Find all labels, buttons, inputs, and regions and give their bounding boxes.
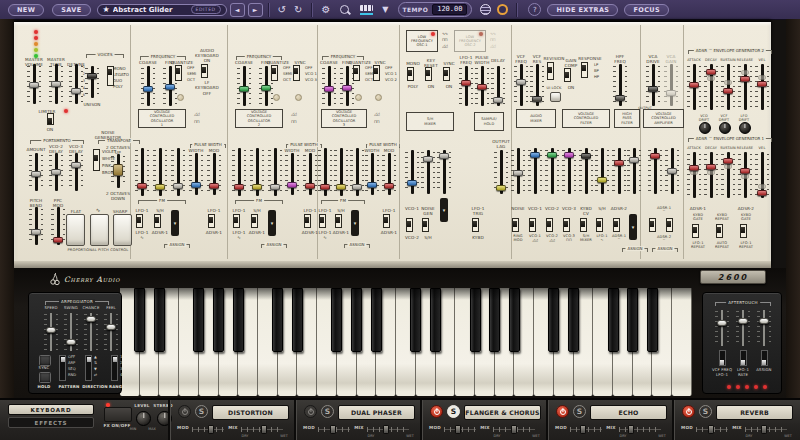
undo-icon[interactable]: ↺: [278, 5, 286, 15]
switch-handle[interactable]: [597, 221, 601, 227]
aftertouch-switch[interactable]: [740, 350, 747, 366]
switch-handle[interactable]: [202, 67, 206, 73]
switch-handle[interactable]: [762, 360, 766, 365]
black-key[interactable]: [410, 288, 421, 352]
slider-cap[interactable]: [757, 190, 767, 196]
slider-cap[interactable]: [666, 90, 676, 96]
switch-handle[interactable]: [94, 155, 98, 161]
toggle-switch[interactable]: [175, 65, 182, 81]
slider-cap[interactable]: [173, 183, 183, 189]
slider-cap[interactable]: [51, 81, 61, 87]
switch-handle[interactable]: [564, 221, 568, 227]
funnel-icon[interactable]: ▼: [382, 5, 388, 15]
toggle-switch[interactable]: [716, 224, 723, 238]
switch-handle[interactable]: [384, 217, 388, 223]
mix-slider[interactable]: [619, 427, 661, 432]
toggle-switch[interactable]: [546, 218, 553, 232]
slider-cap[interactable]: [650, 153, 660, 159]
black-key[interactable]: [548, 288, 559, 352]
mod-slider-thumb[interactable]: [455, 425, 461, 434]
switch-handle[interactable]: [294, 68, 298, 74]
toggle-switch[interactable]: [208, 214, 215, 228]
slider-cap[interactable]: [287, 182, 297, 188]
mix-slider[interactable]: [367, 427, 409, 432]
slider-cap[interactable]: [252, 184, 262, 190]
tab-keyboard[interactable]: KEYBOARD: [8, 404, 94, 415]
switch-handle[interactable]: [407, 221, 411, 227]
switch-handle[interactable]: [374, 68, 378, 74]
switch-handle[interactable]: [137, 217, 141, 223]
slider-cap[interactable]: [71, 162, 81, 168]
settings-gear-icon[interactable]: ⚙: [321, 5, 330, 15]
slider-cap[interactable]: [597, 177, 607, 183]
black-key[interactable]: [351, 288, 362, 352]
mod-slider-thumb[interactable]: [580, 425, 586, 434]
toggle-switch[interactable]: [596, 218, 603, 232]
black-key[interactable]: [193, 288, 204, 352]
switch-handle[interactable]: [234, 217, 238, 223]
assign-slider[interactable]: ▾: [171, 210, 179, 236]
slider-cap[interactable]: [336, 184, 346, 190]
switch-handle[interactable]: [320, 217, 324, 223]
slider-cap[interactable]: [209, 183, 219, 189]
slider-cap[interactable]: [137, 183, 147, 189]
mix-slider[interactable]: [241, 427, 283, 432]
toggle-switch[interactable]: [512, 218, 519, 232]
switch-handle[interactable]: [667, 221, 671, 227]
switch-handle[interactable]: [354, 68, 358, 74]
slider-cap[interactable]: [113, 164, 123, 176]
slider-cap[interactable]: [615, 95, 625, 101]
mod-slider[interactable]: [696, 427, 728, 432]
toggle-switch[interactable]: [373, 65, 380, 81]
arp-switch[interactable]: [85, 355, 92, 381]
slider-cap[interactable]: [461, 80, 471, 86]
slider-cap[interactable]: [87, 73, 97, 79]
new-button[interactable]: NEW: [8, 4, 44, 16]
assign-slider[interactable]: ▾: [440, 198, 448, 222]
prev-preset-button[interactable]: ◄: [230, 3, 245, 17]
aftertouch-switch[interactable]: [719, 350, 726, 366]
switch-handle[interactable]: [61, 357, 65, 362]
slider-cap[interactable]: [234, 184, 244, 190]
slider-cap[interactable]: [51, 169, 61, 175]
toggle-switch[interactable]: [293, 65, 300, 81]
switch-handle[interactable]: [513, 221, 517, 227]
switch-handle[interactable]: [717, 227, 721, 233]
pitch-pad[interactable]: [550, 92, 561, 102]
save-button[interactable]: SAVE: [52, 4, 90, 16]
mix-slider[interactable]: [745, 427, 787, 432]
slider-cap[interactable]: [614, 160, 624, 166]
black-key[interactable]: [470, 288, 481, 352]
toggle-switch[interactable]: [666, 218, 673, 232]
switch-handle[interactable]: [473, 221, 477, 227]
ring-icon[interactable]: [497, 4, 508, 15]
mod-slider[interactable]: [318, 427, 350, 432]
slider-cap[interactable]: [407, 180, 417, 186]
black-key[interactable]: [608, 288, 619, 352]
pitch-pad[interactable]: [113, 214, 132, 246]
slider-cap[interactable]: [29, 82, 39, 88]
toggle-switch[interactable]: [547, 62, 554, 80]
switch-handle[interactable]: [48, 118, 52, 124]
black-key[interactable]: [272, 288, 283, 352]
arp-switch[interactable]: [111, 355, 118, 381]
switch-handle[interactable]: [565, 72, 569, 78]
level-knob[interactable]: [136, 411, 151, 426]
pitch-pad[interactable]: [90, 214, 109, 246]
slider-cap[interactable]: [143, 86, 153, 92]
toggle-switch[interactable]: [251, 214, 258, 228]
switch-handle[interactable]: [87, 357, 91, 362]
slider-cap[interactable]: [723, 88, 733, 94]
zoom-icon[interactable]: [340, 5, 349, 14]
slider-cap[interactable]: [547, 152, 557, 158]
pitch-pad[interactable]: [66, 214, 85, 246]
switch-handle[interactable]: [693, 227, 697, 233]
mix-slider-thumb[interactable]: [511, 425, 517, 434]
slider-cap[interactable]: [53, 237, 63, 243]
aftertouch-switch[interactable]: [761, 350, 768, 366]
slider-cap[interactable]: [71, 88, 81, 94]
switch-handle[interactable]: [155, 217, 159, 223]
toggle-switch[interactable]: [353, 65, 360, 81]
effect-power-button[interactable]: [430, 405, 443, 418]
slider-cap[interactable]: [155, 184, 165, 190]
